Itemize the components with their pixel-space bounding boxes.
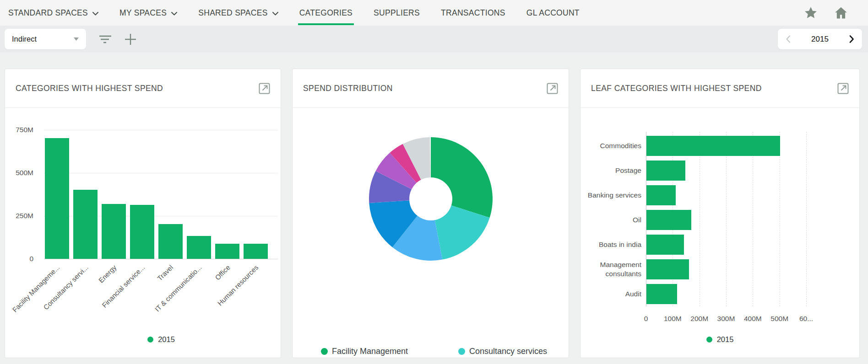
toolbar: Indirect 2015	[0, 26, 868, 53]
tab-transactions[interactable]: TRANSACTIONS	[441, 0, 505, 26]
tab-label: CATEGORIES	[299, 8, 353, 18]
card-leaf-categories-with-highest-spend: LEAF CATEGORIES WITH HIGHEST SPEND 0100M…	[580, 69, 860, 358]
bar-management-consultants[interactable]	[646, 259, 689, 279]
x-tick-label: 100M	[664, 315, 682, 323]
gridline-500M	[44, 173, 278, 173]
tab-label: SUPPLIERS	[374, 8, 420, 18]
bar-energy[interactable]	[102, 204, 126, 259]
y-tick-label: 250M	[5, 212, 33, 220]
x-axis-label: Office	[213, 263, 232, 282]
filter-icon[interactable]	[99, 34, 112, 44]
gridline-60	[806, 132, 807, 306]
chart-legend-2015[interactable]: 2015	[580, 335, 859, 344]
y-tick-label: 750M	[5, 126, 33, 134]
donut-chart-spend-distribution	[293, 108, 569, 282]
home-icon[interactable]	[834, 6, 848, 20]
tab-label: GL ACCOUNT	[526, 8, 580, 18]
bar-audit[interactable]	[646, 284, 677, 304]
legend-label: Facility Management	[332, 347, 408, 356]
card-title: SPEND DISTRIBUTION	[303, 84, 393, 93]
bar-banking-services[interactable]	[646, 185, 676, 205]
plus-icon[interactable]	[125, 33, 136, 45]
card-title: CATEGORIES WITH HIGHEST SPEND	[16, 84, 163, 93]
gridline-200m	[700, 132, 700, 306]
row-label-boats-in-india: Boats in india	[580, 235, 641, 255]
x-tick-label: 400M	[744, 315, 762, 323]
bar-it-communicatio[interactable]	[187, 236, 211, 259]
tab-standard-spaces[interactable]: STANDARD SPACES	[8, 0, 98, 26]
row-label-postage: Postage	[580, 161, 641, 181]
legend-dot	[321, 348, 328, 355]
x-axis-label: Travel	[156, 263, 174, 282]
nav-tabs: STANDARD SPACESMY SPACESSHARED SPACESCAT…	[8, 0, 580, 26]
gridline-400m	[753, 132, 753, 306]
bar-human-resources[interactable]	[244, 244, 268, 259]
row-label-banking-services: Banking services	[580, 185, 641, 205]
row-label-management-consultants: Management consultants	[580, 259, 641, 279]
card-title: LEAF CATEGORIES WITH HIGHEST SPEND	[591, 84, 762, 93]
y-tick-label: 500M	[5, 169, 33, 177]
x-tick-label: 60...	[799, 315, 813, 323]
year-selector: 2015	[778, 29, 862, 49]
bar-facility-manageme[interactable]	[45, 138, 69, 259]
bar-travel[interactable]	[158, 224, 183, 259]
legend-label: 2015	[158, 335, 175, 344]
legend-label: Consultancy services	[469, 347, 547, 356]
x-tick-label: 500M	[770, 315, 788, 323]
bar-commodities[interactable]	[646, 136, 780, 156]
tab-suppliers[interactable]: SUPPLIERS	[374, 0, 420, 26]
bar-consultancy-servi[interactable]	[73, 190, 98, 259]
next-year-button[interactable]	[847, 33, 856, 45]
row-label-audit: Audit	[580, 284, 641, 304]
gridline-500m	[780, 132, 780, 306]
chevron-down-icon	[171, 12, 177, 16]
open-in-window-icon[interactable]	[258, 82, 271, 95]
dimension-selector[interactable]: Indirect	[5, 29, 86, 49]
gridline-0	[44, 259, 278, 259]
legend-dot	[147, 337, 153, 343]
top-nav: STANDARD SPACESMY SPACESSHARED SPACESCAT…	[0, 0, 868, 26]
chart-legend-2015[interactable]: 2015	[23, 335, 281, 344]
legend-label: 2015	[717, 335, 734, 344]
tab-label: MY SPACES	[119, 8, 167, 18]
legend-item-facility-management[interactable]: Facility Management	[321, 347, 458, 356]
bar-oil[interactable]	[646, 210, 691, 230]
dimension-selector-value: Indirect	[12, 35, 37, 43]
x-tick-label: 0	[644, 315, 648, 323]
x-axis-label: Facility Manageme...	[11, 263, 61, 314]
tab-gl-account[interactable]: GL ACCOUNT	[526, 0, 580, 26]
bar-financial-service[interactable]	[130, 205, 154, 259]
donut-segment-facility-management[interactable]	[431, 137, 493, 218]
open-in-window-icon[interactable]	[546, 82, 559, 95]
gridline-300m	[726, 132, 727, 306]
y-tick-label: 0	[5, 255, 33, 263]
card-header: CATEGORIES WITH HIGHEST SPEND	[5, 69, 281, 108]
x-tick-label: 200M	[690, 315, 708, 323]
card-header: LEAF CATEGORIES WITH HIGHEST SPEND	[580, 69, 859, 108]
tab-label: STANDARD SPACES	[8, 8, 88, 18]
previous-year-button[interactable]	[784, 33, 792, 45]
tab-label: SHARED SPACES	[198, 8, 267, 18]
nav-action-icons	[804, 0, 848, 26]
bar-postage[interactable]	[646, 161, 685, 181]
legend-dot	[706, 337, 712, 343]
bar-chart-categories: 750M500M250M0Facility Manageme...Consult…	[5, 108, 281, 323]
row-label-oil: Oil	[580, 210, 641, 230]
open-in-window-icon[interactable]	[837, 82, 849, 95]
tab-label: TRANSACTIONS	[441, 8, 505, 18]
legend-item-consultancy-services[interactable]: Consultancy services	[458, 347, 569, 356]
gridline-750M	[44, 130, 278, 130]
tab-shared-spaces[interactable]: SHARED SPACES	[198, 0, 278, 26]
bar-chart-leaf-categories: 0100M200M300M400M500M60...CommoditiesPos…	[580, 108, 859, 337]
favorite-star-icon[interactable]	[804, 6, 818, 20]
tab-categories[interactable]: CATEGORIES	[299, 0, 353, 26]
card-spend-distribution: SPEND DISTRIBUTION Facility ManagementCo…	[292, 69, 569, 358]
bar-boats-in-india[interactable]	[646, 235, 684, 255]
caret-down-icon	[74, 37, 79, 41]
year-selector-value: 2015	[811, 35, 829, 44]
tab-my-spaces[interactable]: MY SPACES	[119, 0, 177, 26]
donut-legend: Facility ManagementConsultancy servicesE…	[321, 347, 569, 358]
card-categories-with-highest-spend: CATEGORIES WITH HIGHEST SPEND 750M500M25…	[5, 69, 281, 358]
bar-office[interactable]	[215, 244, 239, 259]
row-label-commodities: Commodities	[580, 136, 641, 156]
